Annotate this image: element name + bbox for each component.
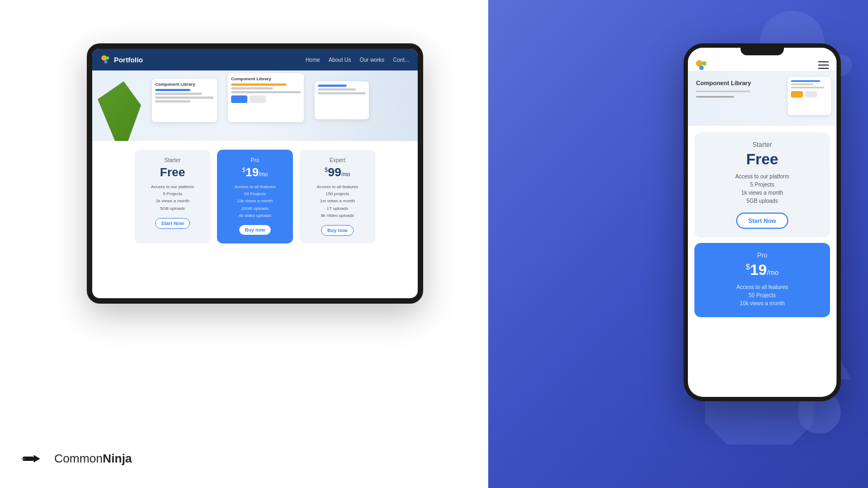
brand-name-light: Common [54, 452, 103, 465]
expert-feature-1: 150 projects [306, 191, 369, 197]
wireframe-card-3 [315, 81, 369, 119]
svg-point-1 [106, 56, 109, 60]
phone-pro-name: Pro [703, 252, 821, 259]
svg-point-7 [702, 61, 706, 66]
ninja-icon [22, 451, 49, 466]
expert-feature-3: 1T uploads [306, 206, 369, 211]
expert-feature-4: 8k Video uploads [306, 213, 369, 219]
svg-rect-5 [22, 458, 25, 459]
starter-feature-3: 5GB uploads [141, 206, 204, 211]
phone-start-now-button[interactable]: Start Now [736, 213, 788, 229]
tablet-expert-buy-button[interactable]: Buy now [321, 225, 354, 236]
tablet-logo-text: Portfolio [114, 56, 143, 64]
phone-pro-feature-1: 50 Projects [703, 292, 821, 298]
tablet-pro-buy-button[interactable]: Buy now [239, 225, 271, 235]
pro-feature-0: Access to all features [224, 184, 286, 190]
menu-bar-1 [818, 61, 829, 62]
right-panel: Component Library Start [488, 0, 868, 488]
starter-feature-2: 1k views a month [141, 198, 204, 204]
tablet-logo: Portfolio [101, 55, 143, 65]
tablet-nav-items: Home About Us Our works Cont... [305, 57, 409, 63]
brand-name-bold: Ninja [103, 452, 132, 465]
nav-works[interactable]: Our works [360, 57, 385, 63]
expert-plan-name: Expert [306, 157, 369, 163]
phone-pro-feature-2: 10k views a month [703, 300, 821, 306]
left-panel: Portfolio Home About Us Our works Cont..… [0, 0, 488, 488]
svg-point-2 [104, 60, 107, 63]
brand-name: CommonNinja [54, 452, 132, 466]
phone-pro-feature-0: Access to all features [703, 284, 821, 290]
phone-starter-feature-1: 5 Projects [703, 182, 821, 188]
nav-home[interactable]: Home [305, 57, 320, 63]
nav-contact[interactable]: Cont... [393, 57, 409, 63]
hero-wireframe-area: Component Library Component Library [141, 70, 418, 141]
tablet-hero: Component Library Component Library [92, 70, 418, 141]
phone-logo-icon [695, 60, 711, 70]
hero-bar-2 [696, 96, 734, 98]
tablet-expert-card: Expert $99/mo Access to all features 150… [299, 150, 375, 243]
phone-wireframe [788, 77, 831, 115]
brand-logo: CommonNinja [22, 451, 132, 466]
phone-pricing-section: Starter Free Access to our platform 5 Pr… [688, 126, 837, 329]
tablet-screen: Portfolio Home About Us Our works Cont..… [92, 49, 418, 298]
pro-price: $19/mo [224, 165, 286, 179]
phone-starter-name: Starter [703, 141, 821, 149]
phone-screen: Component Library Start [688, 48, 837, 397]
menu-bar-3 [818, 68, 829, 69]
hero-plant [98, 81, 141, 141]
phone-hamburger-button[interactable] [818, 61, 829, 69]
tablet-logo-icon [101, 55, 111, 65]
wireframe-card-1: Component Library [152, 79, 217, 122]
tablet-start-now-button[interactable]: Start Now [155, 218, 190, 229]
starter-plan-name: Starter [141, 157, 204, 163]
phone-device: Component Library Start [684, 43, 841, 401]
phone-starter-feature-0: Access to our platform [703, 174, 821, 179]
pro-feature-4: 4k video uploads [224, 213, 286, 219]
starter-feature-0: Access to our platform [141, 184, 204, 190]
starter-price: Free [141, 165, 204, 179]
pro-feature-3: 20GB uploads [224, 206, 286, 211]
phone-pro-card: Pro $19/mo Access to all features 50 Pro… [694, 243, 830, 317]
pro-feature-1: 50 Projects [224, 191, 286, 197]
menu-bar-2 [818, 65, 829, 66]
tablet-starter-card: Starter Free Access to our platform 5 Pr… [135, 150, 210, 243]
tablet-navbar: Portfolio Home About Us Our works Cont..… [92, 49, 418, 70]
phone-starter-feature-3: 5GB uploads [703, 198, 821, 204]
phone-starter-price: Free [703, 151, 821, 168]
nav-about[interactable]: About Us [329, 57, 351, 63]
starter-feature-1: 5 Projects [141, 191, 204, 197]
phone-starter-feature-2: 1k views a month [703, 190, 821, 196]
svg-marker-4 [34, 455, 40, 463]
pro-plan-name: Pro [224, 157, 286, 163]
svg-point-8 [699, 66, 704, 70]
phone-hero: Component Library [688, 72, 837, 126]
pro-feature-2: 10k views a month [224, 198, 286, 204]
phone-starter-card: Starter Free Access to our platform 5 Pr… [694, 132, 830, 237]
tablet-pricing-section: Starter Free Access to our platform 5 Pr… [92, 141, 418, 252]
tablet-device: Portfolio Home About Us Our works Cont..… [87, 43, 423, 304]
phone-notch [741, 43, 784, 55]
phone-hero-title: Component Library [696, 80, 751, 86]
wireframe-card-2: Component Library [228, 73, 304, 122]
hero-bar-1 [696, 91, 750, 92]
expert-feature-2: 1m views a month [306, 198, 369, 204]
phone-pro-price: $19/mo [703, 261, 821, 279]
tablet-pro-card: Pro $19/mo Access to all features 50 Pro… [217, 150, 293, 243]
expert-price: $99/mo [306, 165, 369, 179]
expert-feature-0: Access to all features [306, 184, 369, 190]
